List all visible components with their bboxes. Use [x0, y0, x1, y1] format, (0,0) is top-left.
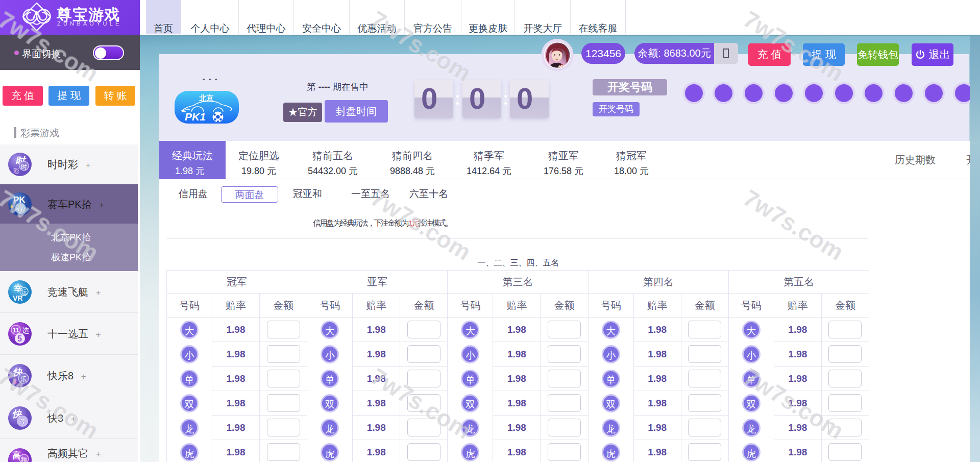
svg-text:彩: 彩 [13, 167, 19, 175]
svg-text:5: 5 [17, 334, 22, 343]
svg-text:11: 11 [13, 327, 19, 334]
svg-text:时: 时 [21, 163, 27, 171]
svg-text:3: 3 [20, 417, 25, 427]
svg-text:PK1: PK1 [185, 111, 206, 123]
svg-text:VR: VR [13, 294, 22, 302]
svg-text:选: 选 [22, 326, 30, 334]
svg-text:频: 频 [20, 456, 27, 462]
